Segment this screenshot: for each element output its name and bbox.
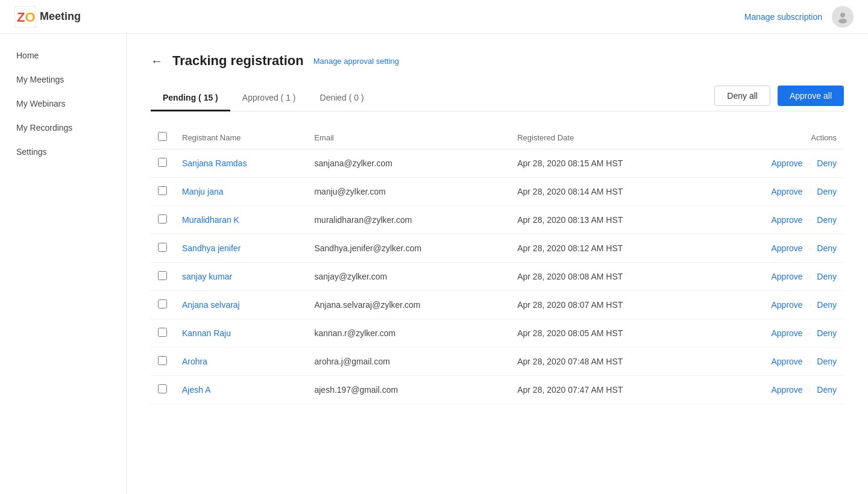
tabs-row: Pending ( 15 ) Approved ( 1 ) Denied ( 0… <box>151 86 844 111</box>
row-name-1: Manju jana <box>175 178 307 206</box>
sidebar-item-my-webinars[interactable]: My Webinars <box>0 92 126 116</box>
deny-button-8[interactable]: Deny <box>817 385 837 395</box>
deny-button-1[interactable]: Deny <box>817 187 837 196</box>
registrant-name-link-0[interactable]: Sanjana Ramdas <box>182 158 247 168</box>
row-email-7: arohra.j@gmail.com <box>307 348 510 376</box>
avatar-icon <box>836 10 849 23</box>
row-name-3: Sandhya jenifer <box>175 234 307 263</box>
tab-denied[interactable]: Denied ( 0 ) <box>308 86 376 111</box>
row-name-7: Arohra <box>175 348 307 376</box>
table-header-row: Registrant Name Email Registered Date Ac… <box>151 126 844 149</box>
approve-button-0[interactable]: Approve <box>771 158 802 168</box>
approve-button-4[interactable]: Approve <box>771 272 802 281</box>
deny-button-2[interactable]: Deny <box>817 215 837 225</box>
deny-button-0[interactable]: Deny <box>817 158 837 168</box>
table-row: Arohra arohra.j@gmail.com Apr 28, 2020 0… <box>151 348 844 376</box>
row-checkbox-1[interactable] <box>158 186 167 195</box>
table-row: Sanjana Ramdas sanjana@zylker.com Apr 28… <box>151 149 844 178</box>
tabs: Pending ( 15 ) Approved ( 1 ) Denied ( 0… <box>151 86 376 111</box>
action-separator-0: · <box>809 158 814 168</box>
registrant-name-link-8[interactable]: Ajesh A <box>182 385 210 395</box>
row-checkbox-cell <box>151 291 175 319</box>
row-date-3: Apr 28, 2020 08:12 AM HST <box>510 234 711 263</box>
sidebar-item-home[interactable]: Home <box>0 43 126 67</box>
approve-button-3[interactable]: Approve <box>771 243 802 253</box>
manage-approval-setting-link[interactable]: Manage approval setting <box>313 57 399 66</box>
row-date-6: Apr 28, 2020 08:05 AM HST <box>510 319 711 348</box>
row-checkbox-cell <box>151 149 175 178</box>
deny-button-4[interactable]: Deny <box>817 272 837 281</box>
deny-all-button[interactable]: Deny all <box>714 86 770 106</box>
manage-subscription-link[interactable]: Manage subscription <box>744 12 822 22</box>
row-actions-4: Approve · Deny <box>711 263 844 291</box>
tab-approved[interactable]: Approved ( 1 ) <box>230 86 308 111</box>
approve-button-5[interactable]: Approve <box>771 300 802 310</box>
row-date-5: Apr 28, 2020 08:07 AM HST <box>510 291 711 319</box>
row-date-0: Apr 28, 2020 08:15 AM HST <box>510 149 711 178</box>
row-checkbox-6[interactable] <box>158 328 167 337</box>
action-separator-7: · <box>809 357 814 366</box>
row-email-8: ajesh.197@gmail.com <box>307 376 510 404</box>
deny-button-3[interactable]: Deny <box>817 243 837 253</box>
row-email-3: Sandhya.jenifer@zylker.com <box>307 234 510 263</box>
deny-button-6[interactable]: Deny <box>817 328 837 338</box>
approve-all-button[interactable]: Approve all <box>778 86 844 106</box>
row-date-8: Apr 28, 2020 07:47 AM HST <box>510 376 711 404</box>
sidebar-item-my-recordings[interactable]: My Recordings <box>0 116 126 140</box>
deny-button-7[interactable]: Deny <box>817 357 837 366</box>
row-checkbox-8[interactable] <box>158 384 167 393</box>
row-checkbox-cell <box>151 206 175 234</box>
row-checkbox-0[interactable] <box>158 158 167 167</box>
action-separator-8: · <box>809 385 814 395</box>
row-name-8: Ajesh A <box>175 376 307 404</box>
row-actions-1: Approve · Deny <box>711 178 844 206</box>
row-actions-7: Approve · Deny <box>711 348 844 376</box>
col-registered-date: Registered Date <box>510 126 711 149</box>
sidebar: Home My Meetings My Webinars My Recordin… <box>0 34 127 494</box>
row-checkbox-3[interactable] <box>158 243 167 252</box>
row-name-4: sanjay kumar <box>175 263 307 291</box>
registrant-name-link-7[interactable]: Arohra <box>182 357 207 366</box>
action-separator-1: · <box>809 187 814 196</box>
header-right: Manage subscription <box>744 6 854 28</box>
approve-button-6[interactable]: Approve <box>771 328 802 338</box>
zoho-logo-icon: ZOHO <box>14 6 36 28</box>
sidebar-item-my-meetings[interactable]: My Meetings <box>0 67 126 92</box>
svg-point-2 <box>840 13 845 17</box>
registrant-name-link-6[interactable]: Kannan Raju <box>182 328 231 338</box>
row-actions-8: Approve · Deny <box>711 376 844 404</box>
approve-button-8[interactable]: Approve <box>771 385 802 395</box>
approve-button-7[interactable]: Approve <box>771 357 802 366</box>
tab-actions: Deny all Approve all <box>714 86 844 111</box>
registrants-table: Registrant Name Email Registered Date Ac… <box>151 126 844 404</box>
row-checkbox-5[interactable] <box>158 299 167 308</box>
avatar[interactable] <box>832 6 854 28</box>
row-email-2: muralidharan@zylker.com <box>307 206 510 234</box>
deny-button-5[interactable]: Deny <box>817 300 837 310</box>
registrant-name-link-3[interactable]: Sandhya jenifer <box>182 243 241 253</box>
registrant-name-link-4[interactable]: sanjay kumar <box>182 272 232 281</box>
tab-pending[interactable]: Pending ( 15 ) <box>151 86 230 111</box>
registrant-name-link-2[interactable]: Muralidharan K <box>182 215 239 225</box>
row-name-5: Anjana selvaraj <box>175 291 307 319</box>
row-checkbox-7[interactable] <box>158 356 167 365</box>
row-email-0: sanjana@zylker.com <box>307 149 510 178</box>
row-checkbox-cell <box>151 263 175 291</box>
row-checkbox-4[interactable] <box>158 271 167 280</box>
approve-button-1[interactable]: Approve <box>771 187 802 196</box>
back-button[interactable]: ← <box>151 54 163 68</box>
row-checkbox-2[interactable] <box>158 214 167 224</box>
registrant-name-link-1[interactable]: Manju jana <box>182 187 224 196</box>
row-checkbox-cell <box>151 348 175 376</box>
registrant-name-link-5[interactable]: Anjana selvaraj <box>182 300 240 310</box>
header-checkbox-cell <box>151 126 175 149</box>
row-actions-0: Approve · Deny <box>711 149 844 178</box>
row-actions-2: Approve · Deny <box>711 206 844 234</box>
select-all-checkbox[interactable] <box>158 132 167 141</box>
row-email-1: manju@zylker.com <box>307 178 510 206</box>
approve-button-2[interactable]: Approve <box>771 215 802 225</box>
sidebar-item-settings[interactable]: Settings <box>0 140 126 164</box>
header: ZOHO Meeting Manage subscription <box>0 0 868 34</box>
row-date-7: Apr 28, 2020 07:48 AM HST <box>510 348 711 376</box>
row-email-4: sanjay@zylker.com <box>307 263 510 291</box>
